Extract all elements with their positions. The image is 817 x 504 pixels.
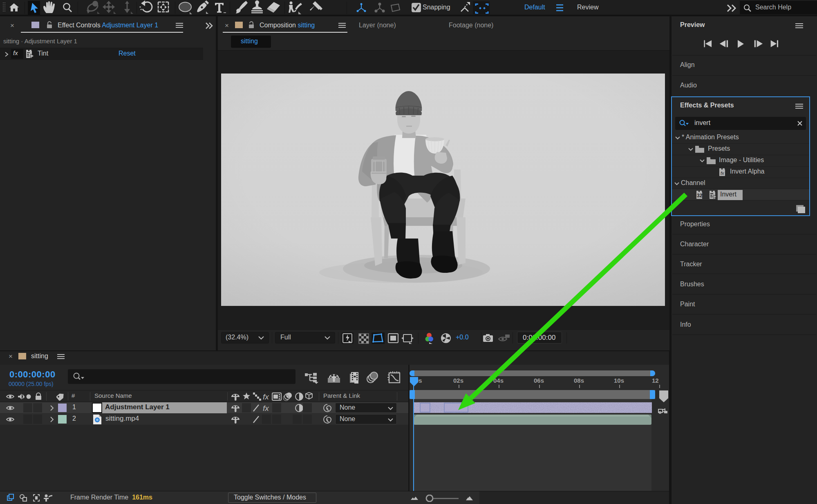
svg-text:fx: fx (721, 171, 724, 176)
svg-text:fx: fx (263, 404, 269, 413)
svg-text:fx: fx (263, 392, 269, 401)
svg-text:32: 32 (697, 193, 703, 198)
